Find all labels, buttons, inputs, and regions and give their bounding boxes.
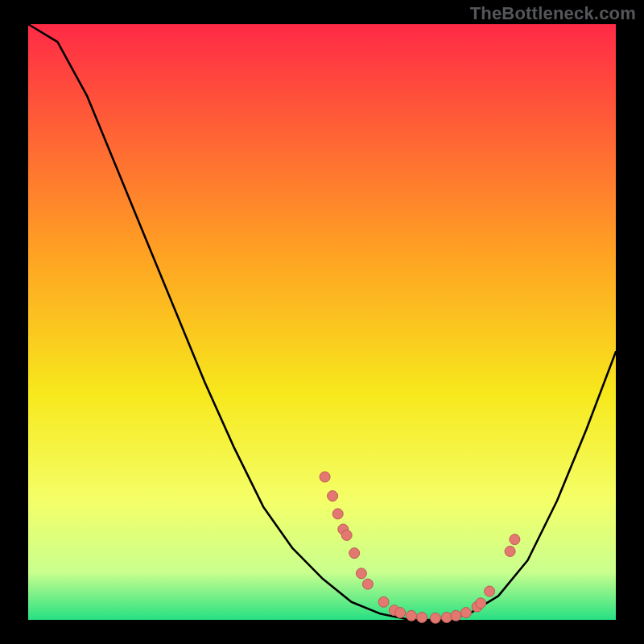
chart-stage: { "watermark": "TheBottleneck.com", "col… — [0, 0, 644, 644]
scatter-dot — [378, 597, 389, 607]
scatter-dot — [505, 546, 515, 556]
chart-svg — [0, 0, 644, 644]
scatter-dot — [320, 472, 330, 482]
scatter-dot — [417, 613, 427, 623]
scatter-dot — [476, 598, 486, 609]
scatter-dot — [349, 548, 360, 559]
scatter-dot — [485, 586, 495, 597]
scatter-dot — [451, 610, 461, 621]
scatter-dot — [356, 568, 366, 579]
scatter-dot — [395, 608, 406, 618]
scatter-dot — [328, 491, 338, 502]
watermark-label: TheBottleneck.com — [470, 3, 636, 24]
gradient-background — [28, 24, 616, 620]
scatter-dot — [460, 608, 471, 618]
scatter-dot — [332, 509, 343, 519]
scatter-dot — [362, 579, 373, 589]
scatter-dot — [341, 530, 352, 540]
scatter-dot — [441, 613, 452, 623]
scatter-dot — [430, 613, 440, 623]
scatter-dot — [407, 610, 417, 621]
scatter-dot — [510, 535, 520, 545]
